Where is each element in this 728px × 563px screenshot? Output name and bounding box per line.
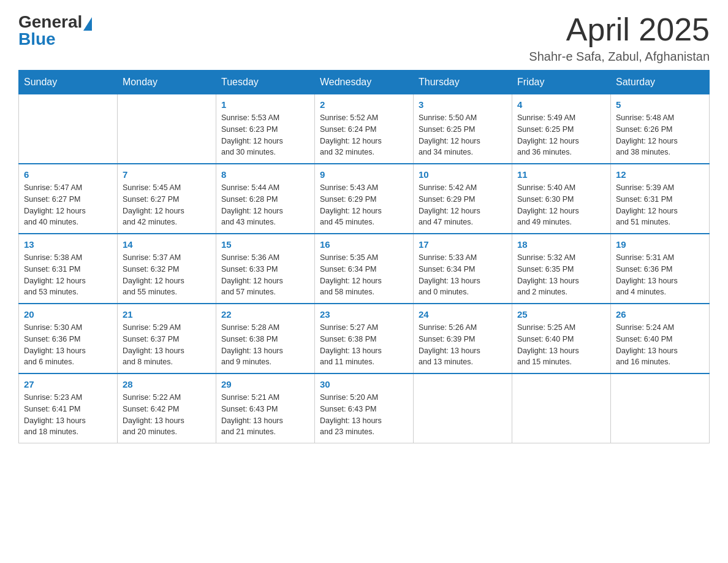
calendar-header-tuesday: Tuesday [216,71,315,94]
day-info: Sunrise: 5:28 AM Sunset: 6:38 PM Dayligh… [221,322,309,368]
day-info: Sunrise: 5:44 AM Sunset: 6:28 PM Dayligh… [221,182,309,228]
day-info: Sunrise: 5:43 AM Sunset: 6:29 PM Dayligh… [320,182,408,228]
day-info: Sunrise: 5:47 AM Sunset: 6:27 PM Dayligh… [24,182,112,228]
day-info: Sunrise: 5:33 AM Sunset: 6:34 PM Dayligh… [419,252,507,298]
day-number: 6 [24,169,112,180]
calendar-cell [118,94,216,164]
calendar-cell: 11Sunrise: 5:40 AM Sunset: 6:30 PM Dayli… [512,164,611,234]
day-info: Sunrise: 5:36 AM Sunset: 6:33 PM Dayligh… [221,252,309,298]
month-title: April 2025 [529,12,710,47]
day-info: Sunrise: 5:52 AM Sunset: 6:24 PM Dayligh… [320,112,408,158]
calendar-cell: 25Sunrise: 5:25 AM Sunset: 6:40 PM Dayli… [512,304,611,373]
calendar-cell: 19Sunrise: 5:31 AM Sunset: 6:36 PM Dayli… [611,234,710,304]
day-info: Sunrise: 5:49 AM Sunset: 6:25 PM Dayligh… [517,112,605,158]
location-text: Shahr-e Safa, Zabul, Afghanistan [529,50,710,64]
day-number: 18 [517,239,605,250]
calendar-cell: 1Sunrise: 5:53 AM Sunset: 6:23 PM Daylig… [216,94,315,164]
day-number: 28 [123,379,211,389]
day-number: 17 [419,239,507,250]
day-info: Sunrise: 5:27 AM Sunset: 6:38 PM Dayligh… [320,322,408,368]
day-info: Sunrise: 5:53 AM Sunset: 6:23 PM Dayligh… [221,112,309,158]
day-info: Sunrise: 5:30 AM Sunset: 6:36 PM Dayligh… [24,322,112,368]
day-number: 25 [517,309,605,320]
calendar-cell: 30Sunrise: 5:20 AM Sunset: 6:43 PM Dayli… [315,373,414,443]
calendar-cell: 16Sunrise: 5:35 AM Sunset: 6:34 PM Dayli… [315,234,414,304]
calendar-cell: 8Sunrise: 5:44 AM Sunset: 6:28 PM Daylig… [216,164,315,234]
calendar-header-friday: Friday [512,71,611,94]
day-info: Sunrise: 5:45 AM Sunset: 6:27 PM Dayligh… [123,182,211,228]
logo: General Blue [18,12,93,49]
day-number: 15 [221,239,309,250]
calendar-cell: 18Sunrise: 5:32 AM Sunset: 6:35 PM Dayli… [512,234,611,304]
day-info: Sunrise: 5:40 AM Sunset: 6:30 PM Dayligh… [517,182,605,228]
day-number: 22 [221,309,309,320]
calendar-cell: 29Sunrise: 5:21 AM Sunset: 6:43 PM Dayli… [216,373,315,443]
calendar-cell: 14Sunrise: 5:37 AM Sunset: 6:32 PM Dayli… [118,234,216,304]
day-number: 13 [24,239,112,250]
day-number: 19 [616,239,704,250]
day-info: Sunrise: 5:21 AM Sunset: 6:43 PM Dayligh… [221,392,309,438]
title-section: April 2025 Shahr-e Safa, Zabul, Afghanis… [529,12,710,64]
day-info: Sunrise: 5:38 AM Sunset: 6:31 PM Dayligh… [24,252,112,298]
day-info: Sunrise: 5:39 AM Sunset: 6:31 PM Dayligh… [616,182,704,228]
calendar-week-row: 27Sunrise: 5:23 AM Sunset: 6:41 PM Dayli… [19,373,710,443]
day-info: Sunrise: 5:37 AM Sunset: 6:32 PM Dayligh… [123,252,211,298]
calendar-header-wednesday: Wednesday [315,71,414,94]
calendar-cell: 24Sunrise: 5:26 AM Sunset: 6:39 PM Dayli… [414,304,512,373]
day-number: 8 [221,169,309,180]
calendar-week-row: 20Sunrise: 5:30 AM Sunset: 6:36 PM Dayli… [19,304,710,373]
calendar-cell [414,373,512,443]
day-number: 29 [221,379,309,389]
calendar-cell: 20Sunrise: 5:30 AM Sunset: 6:36 PM Dayli… [19,304,118,373]
calendar-cell: 5Sunrise: 5:48 AM Sunset: 6:26 PM Daylig… [611,94,710,164]
day-number: 27 [24,379,112,389]
calendar-cell: 26Sunrise: 5:24 AM Sunset: 6:40 PM Dayli… [611,304,710,373]
calendar-cell: 21Sunrise: 5:29 AM Sunset: 6:37 PM Dayli… [118,304,216,373]
calendar-cell: 6Sunrise: 5:47 AM Sunset: 6:27 PM Daylig… [19,164,118,234]
day-number: 23 [320,309,408,320]
calendar-cell: 27Sunrise: 5:23 AM Sunset: 6:41 PM Dayli… [19,373,118,443]
calendar-cell: 22Sunrise: 5:28 AM Sunset: 6:38 PM Dayli… [216,304,315,373]
calendar-table: SundayMondayTuesdayWednesdayThursdayFrid… [18,70,710,443]
calendar-cell: 13Sunrise: 5:38 AM Sunset: 6:31 PM Dayli… [19,234,118,304]
day-number: 14 [123,239,211,250]
calendar-header-saturday: Saturday [611,71,710,94]
calendar-cell: 4Sunrise: 5:49 AM Sunset: 6:25 PM Daylig… [512,94,611,164]
calendar-header-monday: Monday [118,71,216,94]
logo-triangle-icon [83,17,92,31]
calendar-week-row: 1Sunrise: 5:53 AM Sunset: 6:23 PM Daylig… [19,94,710,164]
day-number: 26 [616,309,704,320]
day-info: Sunrise: 5:26 AM Sunset: 6:39 PM Dayligh… [419,322,507,368]
day-number: 5 [616,99,704,110]
calendar-cell: 2Sunrise: 5:52 AM Sunset: 6:24 PM Daylig… [315,94,414,164]
day-number: 7 [123,169,211,180]
day-number: 20 [24,309,112,320]
day-number: 12 [616,169,704,180]
day-number: 30 [320,379,408,389]
day-info: Sunrise: 5:24 AM Sunset: 6:40 PM Dayligh… [616,322,704,368]
calendar-header-thursday: Thursday [414,71,512,94]
page-header: General Blue April 2025 Shahr-e Safa, Za… [18,12,710,64]
calendar-cell: 15Sunrise: 5:36 AM Sunset: 6:33 PM Dayli… [216,234,315,304]
day-number: 9 [320,169,408,180]
logo-blue-text: Blue [18,29,56,48]
calendar-cell: 7Sunrise: 5:45 AM Sunset: 6:27 PM Daylig… [118,164,216,234]
day-info: Sunrise: 5:23 AM Sunset: 6:41 PM Dayligh… [24,392,112,438]
day-info: Sunrise: 5:20 AM Sunset: 6:43 PM Dayligh… [320,392,408,438]
calendar-cell: 23Sunrise: 5:27 AM Sunset: 6:38 PM Dayli… [315,304,414,373]
calendar-week-row: 6Sunrise: 5:47 AM Sunset: 6:27 PM Daylig… [19,164,710,234]
calendar-cell [611,373,710,443]
day-number: 3 [419,99,507,110]
calendar-cell: 10Sunrise: 5:42 AM Sunset: 6:29 PM Dayli… [414,164,512,234]
day-info: Sunrise: 5:48 AM Sunset: 6:26 PM Dayligh… [616,112,704,158]
calendar-cell: 28Sunrise: 5:22 AM Sunset: 6:42 PM Dayli… [118,373,216,443]
calendar-cell [19,94,118,164]
calendar-header: SundayMondayTuesdayWednesdayThursdayFrid… [19,71,710,94]
day-number: 1 [221,99,309,110]
calendar-week-row: 13Sunrise: 5:38 AM Sunset: 6:31 PM Dayli… [19,234,710,304]
day-number: 21 [123,309,211,320]
day-number: 16 [320,239,408,250]
day-number: 10 [419,169,507,180]
day-info: Sunrise: 5:22 AM Sunset: 6:42 PM Dayligh… [123,392,211,438]
calendar-cell: 9Sunrise: 5:43 AM Sunset: 6:29 PM Daylig… [315,164,414,234]
